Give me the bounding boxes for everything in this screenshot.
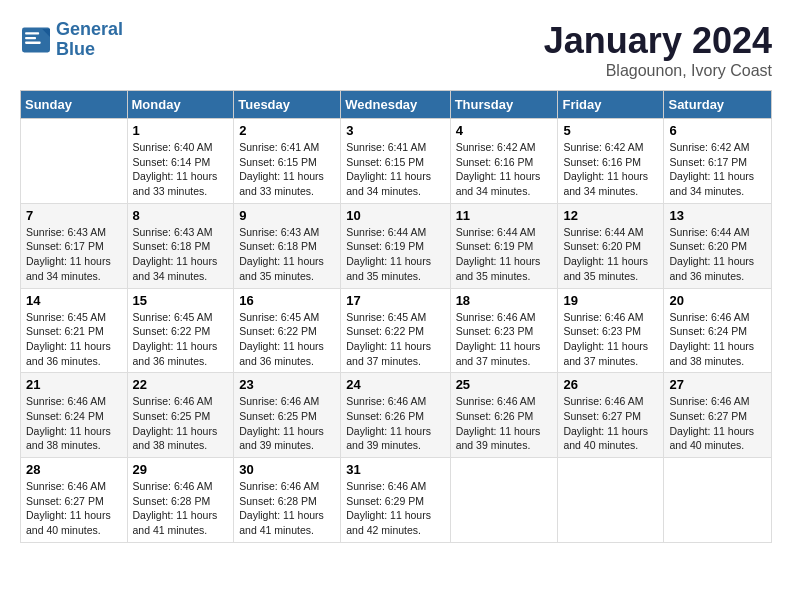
col-header-wednesday: Wednesday: [341, 91, 450, 119]
calendar-cell: 14 Sunrise: 6:45 AMSunset: 6:21 PMDaylig…: [21, 288, 128, 373]
calendar-header-row: SundayMondayTuesdayWednesdayThursdayFrid…: [21, 91, 772, 119]
day-info: Sunrise: 6:46 AMSunset: 6:29 PMDaylight:…: [346, 479, 444, 538]
day-info: Sunrise: 6:43 AMSunset: 6:18 PMDaylight:…: [239, 225, 335, 284]
day-number: 9: [239, 208, 335, 223]
col-header-thursday: Thursday: [450, 91, 558, 119]
day-number: 17: [346, 293, 444, 308]
day-number: 15: [133, 293, 229, 308]
calendar-week-3: 14 Sunrise: 6:45 AMSunset: 6:21 PMDaylig…: [21, 288, 772, 373]
col-header-tuesday: Tuesday: [234, 91, 341, 119]
day-info: Sunrise: 6:46 AMSunset: 6:27 PMDaylight:…: [669, 394, 766, 453]
day-number: 21: [26, 377, 122, 392]
day-number: 7: [26, 208, 122, 223]
month-title: January 2024: [544, 20, 772, 62]
day-info: Sunrise: 6:46 AMSunset: 6:25 PMDaylight:…: [133, 394, 229, 453]
day-number: 23: [239, 377, 335, 392]
calendar-cell: 15 Sunrise: 6:45 AMSunset: 6:22 PMDaylig…: [127, 288, 234, 373]
calendar-cell: 31 Sunrise: 6:46 AMSunset: 6:29 PMDaylig…: [341, 458, 450, 543]
day-number: 25: [456, 377, 553, 392]
calendar-week-2: 7 Sunrise: 6:43 AMSunset: 6:17 PMDayligh…: [21, 203, 772, 288]
col-header-monday: Monday: [127, 91, 234, 119]
calendar-cell: 8 Sunrise: 6:43 AMSunset: 6:18 PMDayligh…: [127, 203, 234, 288]
col-header-friday: Friday: [558, 91, 664, 119]
calendar-cell: 10 Sunrise: 6:44 AMSunset: 6:19 PMDaylig…: [341, 203, 450, 288]
day-info: Sunrise: 6:42 AMSunset: 6:16 PMDaylight:…: [456, 140, 553, 199]
day-info: Sunrise: 6:42 AMSunset: 6:17 PMDaylight:…: [669, 140, 766, 199]
day-info: Sunrise: 6:46 AMSunset: 6:28 PMDaylight:…: [133, 479, 229, 538]
day-number: 14: [26, 293, 122, 308]
calendar-cell: [664, 458, 772, 543]
day-info: Sunrise: 6:43 AMSunset: 6:17 PMDaylight:…: [26, 225, 122, 284]
day-info: Sunrise: 6:46 AMSunset: 6:23 PMDaylight:…: [563, 310, 658, 369]
calendar-cell: 30 Sunrise: 6:46 AMSunset: 6:28 PMDaylig…: [234, 458, 341, 543]
day-number: 24: [346, 377, 444, 392]
calendar-cell: 16 Sunrise: 6:45 AMSunset: 6:22 PMDaylig…: [234, 288, 341, 373]
day-info: Sunrise: 6:44 AMSunset: 6:19 PMDaylight:…: [346, 225, 444, 284]
day-number: 31: [346, 462, 444, 477]
calendar-cell: 19 Sunrise: 6:46 AMSunset: 6:23 PMDaylig…: [558, 288, 664, 373]
calendar-week-1: 1 Sunrise: 6:40 AMSunset: 6:14 PMDayligh…: [21, 119, 772, 204]
day-number: 8: [133, 208, 229, 223]
day-number: 28: [26, 462, 122, 477]
day-info: Sunrise: 6:45 AMSunset: 6:21 PMDaylight:…: [26, 310, 122, 369]
day-info: Sunrise: 6:45 AMSunset: 6:22 PMDaylight:…: [133, 310, 229, 369]
day-info: Sunrise: 6:46 AMSunset: 6:25 PMDaylight:…: [239, 394, 335, 453]
calendar-cell: 3 Sunrise: 6:41 AMSunset: 6:15 PMDayligh…: [341, 119, 450, 204]
day-number: 22: [133, 377, 229, 392]
calendar-cell: 27 Sunrise: 6:46 AMSunset: 6:27 PMDaylig…: [664, 373, 772, 458]
calendar-week-4: 21 Sunrise: 6:46 AMSunset: 6:24 PMDaylig…: [21, 373, 772, 458]
day-number: 26: [563, 377, 658, 392]
calendar-table: SundayMondayTuesdayWednesdayThursdayFrid…: [20, 90, 772, 543]
day-number: 5: [563, 123, 658, 138]
calendar-cell: 23 Sunrise: 6:46 AMSunset: 6:25 PMDaylig…: [234, 373, 341, 458]
day-info: Sunrise: 6:46 AMSunset: 6:23 PMDaylight:…: [456, 310, 553, 369]
svg-rect-3: [25, 37, 36, 39]
day-info: Sunrise: 6:46 AMSunset: 6:28 PMDaylight:…: [239, 479, 335, 538]
day-info: Sunrise: 6:46 AMSunset: 6:26 PMDaylight:…: [456, 394, 553, 453]
logo: General Blue: [20, 20, 123, 60]
day-info: Sunrise: 6:44 AMSunset: 6:19 PMDaylight:…: [456, 225, 553, 284]
col-header-saturday: Saturday: [664, 91, 772, 119]
day-info: Sunrise: 6:41 AMSunset: 6:15 PMDaylight:…: [346, 140, 444, 199]
logo-text: General: [56, 20, 123, 40]
day-info: Sunrise: 6:44 AMSunset: 6:20 PMDaylight:…: [669, 225, 766, 284]
day-number: 29: [133, 462, 229, 477]
calendar-cell: 22 Sunrise: 6:46 AMSunset: 6:25 PMDaylig…: [127, 373, 234, 458]
calendar-cell: 1 Sunrise: 6:40 AMSunset: 6:14 PMDayligh…: [127, 119, 234, 204]
calendar-cell: 6 Sunrise: 6:42 AMSunset: 6:17 PMDayligh…: [664, 119, 772, 204]
day-number: 13: [669, 208, 766, 223]
day-number: 11: [456, 208, 553, 223]
calendar-cell: 24 Sunrise: 6:46 AMSunset: 6:26 PMDaylig…: [341, 373, 450, 458]
day-info: Sunrise: 6:46 AMSunset: 6:27 PMDaylight:…: [563, 394, 658, 453]
day-number: 4: [456, 123, 553, 138]
calendar-cell: 7 Sunrise: 6:43 AMSunset: 6:17 PMDayligh…: [21, 203, 128, 288]
location-subtitle: Blagounon, Ivory Coast: [544, 62, 772, 80]
logo-text2: Blue: [56, 40, 123, 60]
day-info: Sunrise: 6:45 AMSunset: 6:22 PMDaylight:…: [239, 310, 335, 369]
day-info: Sunrise: 6:44 AMSunset: 6:20 PMDaylight:…: [563, 225, 658, 284]
day-info: Sunrise: 6:46 AMSunset: 6:27 PMDaylight:…: [26, 479, 122, 538]
day-info: Sunrise: 6:46 AMSunset: 6:24 PMDaylight:…: [669, 310, 766, 369]
day-number: 1: [133, 123, 229, 138]
day-number: 30: [239, 462, 335, 477]
svg-rect-2: [25, 32, 39, 34]
day-number: 27: [669, 377, 766, 392]
calendar-cell: 9 Sunrise: 6:43 AMSunset: 6:18 PMDayligh…: [234, 203, 341, 288]
calendar-cell: 28 Sunrise: 6:46 AMSunset: 6:27 PMDaylig…: [21, 458, 128, 543]
calendar-cell: 26 Sunrise: 6:46 AMSunset: 6:27 PMDaylig…: [558, 373, 664, 458]
day-info: Sunrise: 6:43 AMSunset: 6:18 PMDaylight:…: [133, 225, 229, 284]
calendar-cell: [450, 458, 558, 543]
day-info: Sunrise: 6:40 AMSunset: 6:14 PMDaylight:…: [133, 140, 229, 199]
day-info: Sunrise: 6:45 AMSunset: 6:22 PMDaylight:…: [346, 310, 444, 369]
calendar-cell: 25 Sunrise: 6:46 AMSunset: 6:26 PMDaylig…: [450, 373, 558, 458]
calendar-cell: [558, 458, 664, 543]
calendar-cell: 11 Sunrise: 6:44 AMSunset: 6:19 PMDaylig…: [450, 203, 558, 288]
day-number: 20: [669, 293, 766, 308]
calendar-cell: 12 Sunrise: 6:44 AMSunset: 6:20 PMDaylig…: [558, 203, 664, 288]
calendar-cell: 17 Sunrise: 6:45 AMSunset: 6:22 PMDaylig…: [341, 288, 450, 373]
day-number: 6: [669, 123, 766, 138]
day-number: 2: [239, 123, 335, 138]
day-info: Sunrise: 6:46 AMSunset: 6:26 PMDaylight:…: [346, 394, 444, 453]
calendar-cell: 18 Sunrise: 6:46 AMSunset: 6:23 PMDaylig…: [450, 288, 558, 373]
calendar-cell: 2 Sunrise: 6:41 AMSunset: 6:15 PMDayligh…: [234, 119, 341, 204]
